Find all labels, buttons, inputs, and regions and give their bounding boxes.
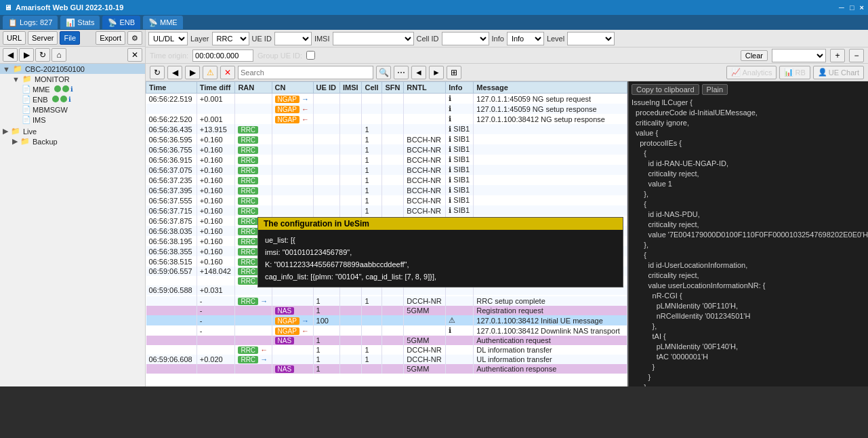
table-row[interactable]: 06:56:22.520+0.001NGAP ←ℹ127.0.1.100:384… (146, 114, 627, 124)
sidebar-item-monitor[interactable]: ▼ 📁 MONITOR (9, 74, 145, 84)
status-ok-icon2 (62, 85, 69, 92)
table-row[interactable]: 06:56:37.075+0.160RRC1BCCH-NRℹ SIB1 (146, 165, 627, 175)
next-btn[interactable]: ▶ (185, 66, 200, 79)
table-row[interactable]: 06:59:06.608+0.020RRC →11DCCH-NRUL infor… (146, 355, 627, 364)
info-select[interactable]: Info (507, 32, 544, 45)
table-cell: ℹ SIB1 (446, 144, 474, 155)
col-imsi: IMSI (340, 82, 362, 94)
table-cell (340, 296, 362, 306)
ue-chart-button[interactable]: 👤 UE Chart (813, 66, 864, 79)
table-row[interactable]: NAS15GMMAuthentication request (146, 336, 627, 345)
tab-mme[interactable]: 📡 MME (143, 16, 183, 29)
table-row[interactable]: 06:56:36.435+13.915RRC1ℹ SIB1 (146, 124, 627, 134)
table-row[interactable]: RRC ←11DCCH-NRDL information transfer (146, 345, 627, 355)
sidebar-item-ims[interactable]: 📄 IMS (19, 115, 145, 125)
code-line: } (632, 372, 865, 382)
table-cell (272, 205, 313, 216)
col-ran: RAN (235, 82, 272, 94)
table-cell: 5GMM (404, 364, 446, 374)
sidebar-item-mbmsgw[interactable]: 📄 MBMSGW (19, 104, 145, 115)
table-row[interactable]: 06:56:37.555+0.160RRC1BCCH-NRℹ SIB1 (146, 195, 627, 205)
table-cell (474, 165, 627, 175)
prev-btn[interactable]: ◀ (167, 66, 182, 79)
sidebar-item-live[interactable]: ▶ 📁 Live (0, 126, 145, 136)
table-cell: +0.160 (197, 216, 235, 226)
backup-icon: 📁 (20, 137, 30, 146)
export-button[interactable]: Export (96, 31, 125, 45)
close-sidebar-button[interactable]: ✕ (127, 48, 142, 62)
layer-select[interactable]: RRC MAC RLC (212, 32, 249, 45)
settings-button[interactable]: ⚙ (127, 31, 142, 45)
grid-view-btn[interactable]: ⊞ (447, 66, 461, 79)
clear-button[interactable]: Clear (741, 50, 768, 61)
tab-stats[interactable]: 📊 Stats (60, 16, 100, 29)
table-row[interactable]: 06:56:37.235+0.160RRC1BCCH-NRℹ SIB1 (146, 175, 627, 185)
table-row[interactable]: -RRC →11DCCH-NRRRC setup complete (146, 296, 627, 306)
refresh-button[interactable]: ↻ (35, 48, 50, 62)
group-ue-checkbox[interactable] (306, 51, 315, 60)
table-row[interactable]: -NAS15GMMRegistration request (146, 306, 627, 315)
table-cell (382, 364, 404, 374)
status-ok-icon3 (52, 96, 59, 102)
table-cell: NGAP ← (272, 104, 313, 114)
time-origin-input[interactable] (192, 49, 253, 62)
ue-id-select[interactable] (274, 32, 312, 45)
minimize-icon[interactable]: ─ (839, 3, 844, 12)
table-row[interactable]: NGAP ←ℹ127.0.1.1:45059 NG setup response (146, 104, 627, 114)
tab-logs[interactable]: 📋 Logs: 827 (3, 16, 58, 29)
table-row[interactable]: 06:56:37.715+0.160RRC1BCCH-NRℹ SIB1 (146, 205, 627, 216)
search-icon-btn[interactable]: 🔍 (376, 66, 391, 79)
level-select[interactable] (567, 32, 615, 45)
cell-id-select[interactable] (442, 32, 489, 45)
copy-clipboard-button[interactable]: Copy to clipboard (632, 84, 699, 95)
plain-button[interactable]: Plain (702, 84, 728, 95)
table-row[interactable]: 06:56:22.519+0.001NGAP →ℹ127.0.1.1:45059… (146, 94, 627, 104)
tab-enb[interactable]: 📡 ENB (102, 16, 140, 29)
close-icon[interactable]: × (860, 3, 864, 12)
forward-button[interactable]: ▶ (19, 48, 34, 62)
table-cell (382, 355, 404, 364)
table-row[interactable]: 06:56:36.595+0.160RRC1BCCH-NRℹ SIB1 (146, 134, 627, 144)
table-cell: +0.160 (197, 205, 235, 216)
table-cell (146, 325, 197, 336)
table-row[interactable]: 06:56:36.755+0.160RRC1BCCH-NRℹ SIB1 (146, 144, 627, 155)
imsi-select[interactable] (333, 32, 414, 45)
prev-result-btn[interactable]: ◄ (411, 66, 426, 79)
url-button[interactable]: URL (3, 31, 26, 45)
add-filter-button[interactable]: + (830, 49, 845, 62)
sidebar-item-mme[interactable]: 📄 MME ℹ (19, 84, 145, 94)
table-cell: 1 (313, 355, 339, 364)
table-cell: 1 (362, 205, 382, 216)
table-row[interactable]: NAS15GMMAuthentication response (146, 364, 627, 374)
table-cell (340, 165, 362, 175)
table-row[interactable]: 06:56:37.395+0.160RRC1BCCH-NRℹ SIB1 (146, 185, 627, 195)
home-button[interactable]: ⌂ (51, 48, 66, 62)
maximize-icon[interactable]: □ (850, 3, 854, 12)
next-result-btn[interactable]: ► (429, 66, 444, 79)
back-button[interactable]: ◀ (3, 48, 18, 62)
table-row[interactable]: -NGAP ←ℹ127.0.1.100:38412 Downlink NAS t… (146, 325, 627, 336)
sidebar-label-mbmsgw: MBMSGW (33, 106, 68, 114)
sidebar-item-enb[interactable]: 📄 ENB ℹ (19, 94, 145, 104)
table-row[interactable]: 06:56:36.915+0.160RRC1BCCH-NRℹ SIB1 (146, 155, 627, 165)
remove-filter-button[interactable]: − (849, 49, 864, 62)
rb-button[interactable]: 📊 RB (779, 66, 810, 79)
warn-btn[interactable]: ⚠ (203, 66, 218, 79)
sidebar-item-cbc[interactable]: ▼ 📁 CBC-2021050100 (0, 64, 145, 74)
table-cell: ℹ (446, 114, 474, 124)
clear-filter-select[interactable] (772, 49, 826, 62)
analytics-button[interactable]: 📈 Analytics (726, 66, 777, 79)
file-button[interactable]: File (60, 31, 80, 45)
filter-icon-btn[interactable]: ⋯ (394, 66, 409, 79)
table-cell: RRC (235, 165, 272, 175)
refresh-btn[interactable]: ↻ (150, 66, 165, 79)
err-btn[interactable]: ✕ (220, 66, 235, 79)
collapse-icon: ▼ (3, 65, 10, 73)
sidebar-item-backup[interactable]: ▶ 📁 Backup (9, 136, 145, 146)
table-cell: +0.160 (197, 165, 235, 175)
search-input[interactable] (238, 66, 373, 79)
direction-select[interactable]: UL/DL UL DL (148, 32, 188, 45)
table-row[interactable]: -NGAP →100⚠127.0.1.100:38412 Initial UE … (146, 315, 627, 325)
table-cell (272, 355, 313, 364)
server-button[interactable]: Server (28, 31, 58, 45)
